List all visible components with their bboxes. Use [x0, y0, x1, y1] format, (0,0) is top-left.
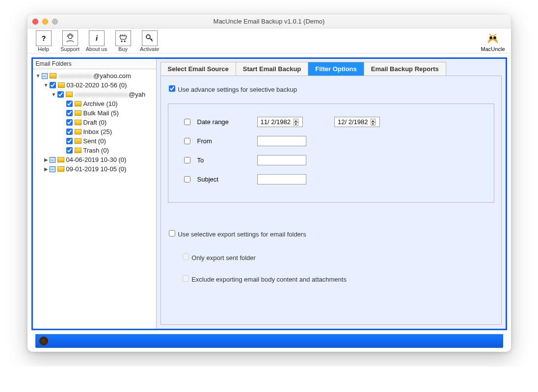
date-range-label: Date range: [197, 118, 251, 126]
sidebar-header: Email Folders: [33, 59, 156, 69]
tab-filter-options[interactable]: Filter Options: [308, 62, 364, 76]
disclosure-icon[interactable]: ▼: [52, 92, 56, 97]
tab-start-backup[interactable]: Start Email Backup: [236, 62, 309, 76]
exclude-body-checkbox: [183, 275, 189, 282]
macuncle-icon: [485, 30, 501, 46]
tree-row-inbox[interactable]: Inbox (25): [34, 127, 155, 136]
folder-icon: [75, 148, 81, 153]
svg-point-6: [489, 36, 492, 39]
selective-export-row: Use selective export settings for email …: [168, 231, 306, 238]
folder-checkbox[interactable]: [66, 138, 73, 144]
subject-label: Subject: [197, 176, 251, 183]
folder-tree: ▼ – xxxxxxxxxxx@yahoo.com ▼ 03-02-2020 1…: [33, 69, 156, 176]
tree-row-bulk[interactable]: Bulk Mail (5): [34, 108, 155, 118]
info-icon: i: [89, 30, 105, 46]
from-input[interactable]: [257, 136, 306, 146]
activate-button[interactable]: Activate: [136, 30, 163, 52]
folder-icon: [75, 110, 81, 116]
folder-checkbox[interactable]: [66, 110, 73, 116]
date-range-checkbox[interactable]: [184, 119, 190, 125]
svg-point-3: [121, 41, 122, 42]
tree-row-date2[interactable]: ▶ – 04-06-2019 10-30 (0): [34, 155, 155, 164]
folder-checkbox[interactable]: [57, 91, 64, 98]
tree-row-date1[interactable]: ▼ 03-02-2020 10-56 (0): [34, 80, 155, 90]
cart-icon: [115, 30, 131, 46]
disclosure-icon[interactable]: ▼: [44, 82, 49, 88]
only-sent-row: Only export sent folder: [182, 254, 256, 261]
svg-point-5: [146, 35, 150, 39]
tree-row-account1[interactable]: ▼ – xxxxxxxxxxx@yahoo.com: [34, 71, 155, 80]
date-from-input[interactable]: 11/ 2/1982 ▴▾: [257, 117, 303, 127]
from-label: From: [197, 137, 251, 145]
to-checkbox[interactable]: [184, 157, 190, 163]
titlebar: MacUncle Email Backup v1.0.1 (Demo): [27, 15, 511, 28]
toolbar: ? Help Support i About us Buy Ac: [27, 28, 511, 53]
date-to-input[interactable]: 12/ 2/1982 ▴▾: [334, 117, 380, 127]
to-label: To: [197, 157, 251, 164]
spinner-icon[interactable]: ▴▾: [371, 119, 377, 126]
svg-text:i: i: [96, 34, 98, 42]
to-input[interactable]: [257, 155, 306, 165]
main-frame: Email Folders ▼ – xxxxxxxxxxx@yahoo.com …: [31, 57, 507, 330]
folder-icon: [75, 138, 81, 144]
tab-bar: Select Email Source Start Email Backup F…: [161, 62, 506, 76]
folder-checkbox[interactable]: [66, 101, 73, 107]
tree-row-archive[interactable]: Archive (10): [34, 99, 155, 108]
app-window: MacUncle Email Backup v1.0.1 (Demo) ? He…: [27, 15, 511, 352]
brand-logo: MacUncle: [481, 30, 508, 52]
status-bar: [35, 334, 503, 348]
disclosure-icon[interactable]: ▼: [36, 73, 41, 78]
sidebar: Email Folders ▼ – xxxxxxxxxxx@yahoo.com …: [33, 59, 157, 329]
status-logo-icon: [39, 337, 48, 345]
folder-icon: [50, 73, 56, 78]
tree-row-account2[interactable]: ▼ xxxxxxxxxxxxxxxxx@yah: [34, 90, 155, 99]
collapse-icon[interactable]: –: [50, 157, 55, 163]
about-button[interactable]: i About us: [83, 30, 110, 52]
main-panel: Select Email Source Start Email Backup F…: [157, 59, 506, 329]
support-icon: [62, 30, 78, 46]
svg-point-4: [124, 41, 125, 42]
only-sent-checkbox: [183, 254, 189, 260]
key-icon: [142, 30, 158, 46]
filter-fieldset: Date range 11/ 2/1982 ▴▾ 12/ 2/1982 ▴▾: [168, 104, 494, 203]
tree-row-date3[interactable]: ▶ – 09-01-2019 10-05 (0): [34, 164, 155, 174]
folder-icon: [58, 82, 65, 88]
tree-row-draft[interactable]: Draft (0): [34, 118, 155, 127]
subject-checkbox[interactable]: [184, 176, 190, 183]
folder-icon: [57, 166, 64, 172]
collapse-icon[interactable]: –: [42, 73, 48, 79]
spinner-icon[interactable]: ▴▾: [294, 119, 299, 126]
folder-icon: [57, 157, 64, 162]
disclosure-icon[interactable]: ▶: [44, 166, 49, 172]
disclosure-icon[interactable]: ▶: [44, 157, 49, 162]
window-title: MacUncle Email Backup v1.0.1 (Demo): [27, 18, 511, 25]
folder-checkbox[interactable]: [66, 129, 73, 135]
advance-settings-row: Use advance settings for selective backu…: [168, 86, 297, 93]
tree-row-trash[interactable]: Trash (0): [34, 146, 155, 155]
subject-input[interactable]: [257, 174, 306, 184]
from-checkbox[interactable]: [184, 138, 190, 144]
svg-point-1: [68, 35, 72, 39]
tree-row-sent[interactable]: Sent (0): [34, 136, 155, 146]
help-icon: ?: [36, 30, 52, 46]
help-button[interactable]: ? Help: [30, 30, 57, 52]
advance-settings-checkbox[interactable]: [169, 85, 175, 92]
folder-checkbox[interactable]: [50, 82, 56, 88]
svg-point-7: [493, 36, 496, 39]
svg-text:?: ?: [41, 34, 46, 42]
folder-checkbox[interactable]: [66, 119, 73, 126]
tab-reports[interactable]: Email Backup Reports: [364, 62, 446, 76]
collapse-icon[interactable]: –: [50, 166, 55, 172]
folder-icon: [66, 92, 73, 97]
folder-icon: [75, 129, 81, 134]
folder-icon: [75, 101, 81, 106]
tab-select-source[interactable]: Select Email Source: [161, 62, 236, 76]
support-button[interactable]: Support: [57, 30, 83, 52]
folder-icon: [75, 120, 81, 125]
folder-checkbox[interactable]: [66, 147, 73, 154]
exclude-body-row: Exclude exporting email body content and…: [182, 276, 347, 283]
filter-panel: Use advance settings for selective backu…: [161, 76, 502, 325]
buy-button[interactable]: Buy: [110, 30, 136, 52]
selective-export-checkbox[interactable]: [169, 230, 175, 236]
